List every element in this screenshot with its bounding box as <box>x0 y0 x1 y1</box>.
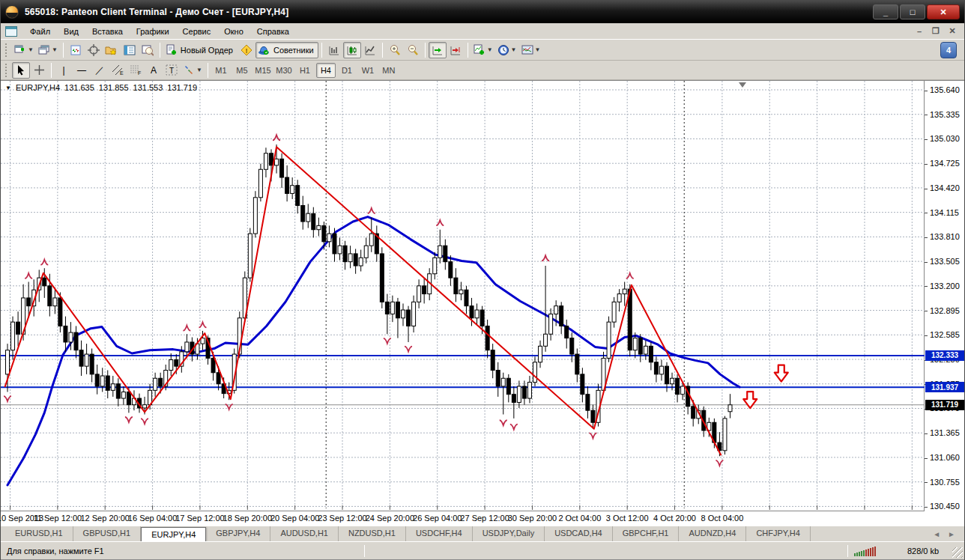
chart-tab-audusd[interactable]: AUDUSD,H1 <box>270 526 339 541</box>
resize-grip[interactable] <box>952 547 963 558</box>
trendline-button[interactable]: ／ <box>91 62 109 79</box>
chart-tab-nzdusd[interactable]: NZDUSD,H1 <box>339 526 406 541</box>
candle-body <box>465 290 468 305</box>
cursor-icon <box>16 64 26 76</box>
candle-body <box>43 278 46 286</box>
timeframe-m15[interactable]: M15 <box>253 63 273 78</box>
price-tick-label: 134.115 <box>925 208 964 217</box>
tabs-scroll-right-icon[interactable]: ► <box>948 530 955 538</box>
chart-tab-usdcad[interactable]: USDCAD,H4 <box>545 526 613 541</box>
new-chart-icon <box>14 44 26 56</box>
candle-body <box>623 289 626 293</box>
indicators-button[interactable]: ▼ <box>471 42 495 58</box>
toolbar-grip-2[interactable] <box>5 64 8 77</box>
candle-body <box>338 246 342 254</box>
candle-body <box>533 362 537 383</box>
menu-окно[interactable]: Окно <box>217 25 250 38</box>
bar-chart-button[interactable] <box>325 42 343 58</box>
community-button[interactable]: 4 <box>940 42 957 58</box>
chart-tab-usdchf[interactable]: USDCHF,H4 <box>406 526 473 541</box>
arrows-tool-icon <box>183 64 195 76</box>
candle-body <box>359 258 363 266</box>
timeframe-w1[interactable]: W1 <box>358 63 378 78</box>
legend-collapse-icon[interactable]: ▼ <box>5 85 11 91</box>
chart-tab-chfjpy[interactable]: CHFJPY,H4 <box>746 526 810 541</box>
arrows-tool-button[interactable]: ▼ <box>181 62 205 79</box>
navigator-button[interactable] <box>103 42 121 58</box>
maximize-button[interactable]: □ <box>900 4 925 19</box>
timeframe-m30[interactable]: M30 <box>274 63 294 78</box>
chart-tab-gbpusd[interactable]: GBPUSD,H1 <box>73 526 142 541</box>
close-button[interactable]: ✕ <box>927 4 960 19</box>
new-order-button[interactable]: Новый Ордер <box>163 42 238 58</box>
zoom-out-button[interactable] <box>404 42 422 58</box>
mdi-minimize-button[interactable]: – <box>913 26 925 37</box>
chart-tab-eurusd[interactable]: EURUSD,H1 <box>5 526 73 541</box>
candle-body <box>412 302 416 326</box>
candle-body <box>522 386 526 398</box>
fibonacci-button[interactable]: F <box>127 62 145 79</box>
candlestick-chart-button[interactable] <box>343 42 361 58</box>
menu-сервис[interactable]: Сервис <box>176 25 218 38</box>
timeframe-h1[interactable]: H1 <box>295 63 315 78</box>
timeframe-h4[interactable]: H4 <box>316 63 336 78</box>
window-title: 565018: Panteon Client Terminal - Демо С… <box>25 7 288 17</box>
text-button[interactable]: A <box>145 62 163 79</box>
templates-icon <box>521 44 533 56</box>
market-watch-button[interactable] <box>67 42 85 58</box>
zoom-in-button[interactable] <box>386 42 404 58</box>
cursor-button[interactable] <box>12 62 30 79</box>
toolbar-grip[interactable] <box>5 43 8 57</box>
chart-shift-button[interactable] <box>447 42 465 58</box>
data-window-button[interactable] <box>85 42 103 58</box>
tabs-scroll-left-icon[interactable]: ◄ <box>933 530 940 538</box>
candle-body <box>154 378 157 390</box>
chart-tab-audnzd[interactable]: AUDNZD,H4 <box>679 526 746 541</box>
profiles-button[interactable]: ▼ <box>36 42 60 58</box>
timeframe-m5[interactable]: M5 <box>232 63 252 78</box>
chart-plot-area[interactable]: ▼ EURJPY,H4 131.635 131.855 131.553 131.… <box>1 81 925 526</box>
strategy-tester-button[interactable] <box>139 42 157 58</box>
timeframe-mn[interactable]: MN <box>379 63 399 78</box>
price-axis[interactable]: 135.640135.335135.030134.725134.420134.1… <box>925 81 964 526</box>
time-axis[interactable]: 10 Sep 201311 Sep 12:0012 Sep 20:0016 Se… <box>1 511 925 526</box>
alert-button[interactable]: ! <box>238 42 255 58</box>
menu-справка[interactable]: Справка <box>250 25 296 38</box>
chart-tab-usdjpy[interactable]: USDJPY,Daily <box>473 526 545 541</box>
price-chart[interactable] <box>1 81 925 511</box>
price-tick-label: 131.365 <box>925 428 964 437</box>
new-chart-button[interactable]: ▼ <box>12 42 36 58</box>
candle-body <box>570 338 574 354</box>
auto-scroll-button[interactable] <box>429 42 447 58</box>
timeframe-m1[interactable]: M1 <box>211 63 231 78</box>
terminal-button[interactable] <box>121 42 139 58</box>
templates-button[interactable]: ▼ <box>519 42 543 58</box>
chart-tab-gbpchf[interactable]: GBPCHF,H1 <box>613 526 680 541</box>
text-label-button[interactable]: T <box>163 62 181 79</box>
price-tick-label: 133.810 <box>925 232 964 241</box>
periods-button[interactable]: ▼ <box>495 42 519 58</box>
svg-text:T: T <box>169 67 174 75</box>
mdi-restore-button[interactable]: ❐ <box>930 26 942 37</box>
sell-arrow-icon <box>743 392 757 408</box>
expert-advisors-button[interactable]: Советники <box>255 42 318 58</box>
horizontal-line-button[interactable]: — <box>73 62 91 79</box>
menu-вид[interactable]: Вид <box>57 25 85 38</box>
menu-графики[interactable]: Графики <box>130 25 176 38</box>
line-chart-button[interactable] <box>361 42 379 58</box>
candle-body <box>390 302 394 314</box>
minimize-button[interactable]: _ <box>873 4 898 19</box>
timeframe-d1[interactable]: D1 <box>337 63 357 78</box>
vertical-line-button[interactable]: | <box>55 62 73 79</box>
market-watch-icon <box>70 44 82 56</box>
crosshair-tool-button[interactable] <box>30 62 48 79</box>
chart-tab-gbpjpy[interactable]: GBPJPY,H4 <box>206 526 270 541</box>
mdi-close-button[interactable]: ✕ <box>946 26 958 37</box>
menu-файл[interactable]: Файл <box>23 25 57 38</box>
fractal-down-icon <box>500 420 507 425</box>
menu-вставка[interactable]: Вставка <box>85 25 130 38</box>
time-axis-label: 17 Sep 12:00 <box>175 514 224 523</box>
channel-button[interactable]: E <box>109 62 127 79</box>
candle-body <box>575 354 579 374</box>
chart-tab-eurjpy[interactable]: EURJPY,H4 <box>141 527 206 541</box>
